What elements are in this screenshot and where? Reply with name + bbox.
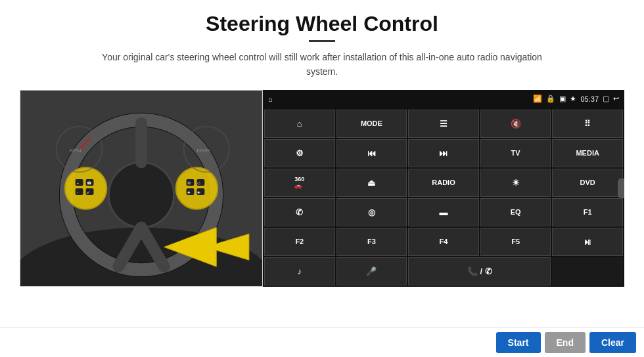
bottom-bar: Start End Clear — [0, 327, 644, 357]
btn-brightness[interactable]: ☀ — [480, 169, 551, 197]
btn-media[interactable]: MEDIA — [552, 139, 623, 167]
call-icon: 📞 / ✆ — [467, 266, 492, 276]
next-icon: ⏭ — [439, 148, 448, 158]
btn-mute[interactable]: 🔇 — [480, 110, 551, 138]
scroll-handle[interactable] — [618, 178, 624, 198]
svg-point-17 — [176, 167, 218, 209]
eject-icon: ⏏ — [367, 178, 375, 188]
swipe-icon: ◎ — [368, 207, 375, 217]
lock-icon: 🔒 — [546, 94, 555, 103]
f5-label: F5 — [511, 238, 520, 245]
btn-playpause[interactable]: ⏯ — [552, 228, 623, 256]
btn-bar[interactable]: ▬ — [408, 198, 479, 226]
title-divider — [309, 40, 335, 42]
btn-music[interactable]: ♪ — [264, 257, 335, 285]
btn-home[interactable]: ⌂ — [264, 110, 335, 138]
page-title: Steering Wheel Control — [206, 12, 438, 36]
eq-label: EQ — [511, 208, 521, 216]
btn-f2[interactable]: F2 — [264, 228, 335, 256]
btn-menu[interactable]: ☰ — [408, 110, 479, 138]
svg-text:+: + — [77, 181, 80, 185]
btn-prev[interactable]: ⏮ — [336, 139, 407, 167]
music-icon: ♪ — [298, 266, 302, 276]
mode-label: MODE — [361, 119, 382, 127]
media-label: MEDIA — [576, 149, 599, 157]
brightness-icon: ☀ — [512, 178, 520, 188]
btn-eq[interactable]: EQ — [480, 198, 551, 226]
dvd-label: DVD — [580, 178, 595, 186]
status-right: 📶 🔒 ▣ ★ 05:37 ▢ ↩ — [533, 94, 619, 103]
svg-point-4 — [108, 162, 173, 227]
wifi-icon: 📶 — [533, 94, 542, 103]
svg-text:◈: ◈ — [197, 190, 200, 194]
btn-empty — [552, 257, 623, 285]
btn-call[interactable]: 📞 / ✆ — [408, 257, 551, 285]
f1-label: F1 — [584, 208, 592, 216]
svg-text:↙: ↙ — [87, 190, 90, 194]
svg-text:◇: ◇ — [197, 181, 200, 185]
tv-label: TV — [511, 149, 520, 157]
svg-text:◈: ◈ — [187, 190, 191, 194]
home-icon: ⌂ — [268, 95, 273, 103]
f2-label: F2 — [295, 238, 304, 245]
btn-360[interactable]: 360🚗 — [264, 169, 335, 197]
svg-text:KM/H: KM/H — [196, 148, 210, 154]
main-content: + - ☎ ↙ ⚙ ◈ ◇ ◈ — [20, 90, 624, 287]
btn-next[interactable]: ⏭ — [408, 139, 479, 167]
status-bar: ⌂ 📶 🔒 ▣ ★ 05:37 ▢ ↩ — [263, 90, 624, 108]
steering-wheel-image: + - ☎ ↙ ⚙ ◈ ◇ ◈ — [20, 90, 263, 287]
bt-icon: ★ — [570, 94, 576, 103]
bar-icon: ▬ — [439, 207, 448, 217]
btn-tv[interactable]: TV — [480, 139, 551, 167]
btn-f1[interactable]: F1 — [552, 198, 623, 226]
radio-label: RADIO — [432, 178, 455, 186]
mute-icon: 🔇 — [511, 119, 521, 129]
home-btn-icon: ⌂ — [297, 119, 302, 129]
menu-icon: ☰ — [440, 119, 448, 129]
clear-button[interactable]: Clear — [589, 332, 636, 353]
btn-f5[interactable]: F5 — [480, 228, 551, 256]
btn-mode[interactable]: MODE — [336, 110, 407, 138]
btn-dvd[interactable]: DVD — [552, 169, 623, 197]
apps-icon: ⠿ — [584, 119, 591, 129]
window-icon: ▢ — [603, 94, 609, 103]
btn-f4[interactable]: F4 — [408, 228, 479, 256]
time-display: 05:37 — [580, 95, 599, 103]
page-subtitle: Your original car's steering wheel contr… — [92, 50, 552, 79]
sim-icon: ▣ — [559, 94, 566, 103]
btn-radio[interactable]: RADIO — [408, 169, 479, 197]
phone-icon: ✆ — [296, 207, 303, 217]
btn-eject[interactable]: ⏏ — [336, 169, 407, 197]
prev-icon: ⏮ — [367, 148, 376, 158]
mic-icon: 🎤 — [366, 266, 377, 276]
end-button[interactable]: End — [545, 332, 586, 353]
playpause-icon: ⏯ — [584, 237, 592, 247]
svg-point-8 — [65, 167, 107, 209]
btn-swipe[interactable]: ◎ — [336, 198, 407, 226]
back-icon: ↩ — [613, 94, 619, 103]
btn-mic[interactable]: 🎤 — [336, 257, 407, 285]
btn-f3[interactable]: F3 — [336, 228, 407, 256]
svg-text:-: - — [77, 190, 78, 194]
page-container: Steering Wheel Control Your original car… — [0, 0, 644, 357]
f4-label: F4 — [440, 238, 448, 245]
start-button[interactable]: Start — [496, 332, 541, 353]
360-label: 360🚗 — [294, 176, 304, 189]
btn-apps[interactable]: ⠿ — [552, 110, 623, 138]
f3-label: F3 — [367, 238, 376, 245]
ui-panel: ⌂ 📶 🔒 ▣ ★ 05:37 ▢ ↩ ⌂ MODE ☰ 🔇 — [263, 90, 624, 287]
settings-icon: ⚙ — [296, 148, 304, 158]
svg-text:⚙: ⚙ — [187, 181, 191, 185]
control-grid: ⌂ MODE ☰ 🔇 ⠿ ⚙ ⏮ ⏭ TV MEDIA 360🚗 ⏏ RADIO… — [263, 108, 624, 287]
status-left: ⌂ — [268, 95, 273, 103]
btn-phone[interactable]: ✆ — [264, 198, 335, 226]
svg-text:☎: ☎ — [87, 181, 92, 185]
btn-settings[interactable]: ⚙ — [264, 139, 335, 167]
